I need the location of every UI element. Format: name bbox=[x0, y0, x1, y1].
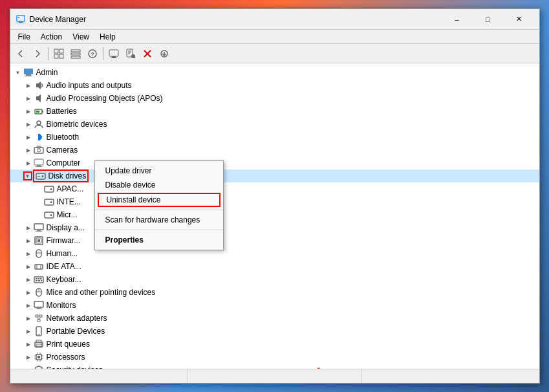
svg-rect-13 bbox=[109, 50, 118, 56]
svg-rect-29 bbox=[42, 111, 43, 113]
tree-item-processors[interactable]: ▶ bbox=[10, 351, 539, 364]
tree-item-monitors[interactable]: ▶ Monitors bbox=[10, 299, 539, 312]
toolbar-btn-3[interactable] bbox=[51, 46, 67, 61]
tree-item-root[interactable]: ▼ Admin bbox=[10, 66, 539, 79]
device-tree[interactable]: ▼ Admin ▶ bbox=[10, 63, 539, 369]
expand-ide-ata[interactable]: ▶ bbox=[23, 261, 34, 272]
svg-rect-65 bbox=[36, 280, 37, 281]
expand-keyboard[interactable]: ▶ bbox=[23, 274, 34, 285]
status-bar bbox=[10, 369, 539, 383]
menu-action[interactable]: Action bbox=[36, 31, 67, 43]
tree-item-audio-io[interactable]: ▶ Audio inputs and outputs bbox=[10, 79, 539, 92]
ctx-disable-device[interactable]: Disable device bbox=[95, 178, 223, 192]
expand-firmware[interactable]: ▶ bbox=[23, 235, 34, 246]
expand-batteries[interactable]: ▶ bbox=[23, 106, 34, 116]
tree-item-display[interactable]: ▶ Display a... bbox=[10, 221, 539, 234]
expand-disk-drives[interactable]: ▼ bbox=[23, 171, 32, 180]
tree-item-bluetooth[interactable]: ▶ Bluetooth bbox=[10, 131, 539, 144]
tree-item-print[interactable]: ▶ Print queues bbox=[10, 338, 539, 351]
forward-button[interactable] bbox=[30, 46, 45, 61]
tree-item-disk-child-3[interactable]: ▶ Micr... bbox=[10, 208, 539, 221]
expand-audio-io[interactable]: ▶ bbox=[23, 80, 34, 91]
close-button[interactable]: ✕ bbox=[504, 9, 534, 30]
svg-rect-49 bbox=[34, 224, 43, 230]
title-bar: Device Manager – □ ✕ bbox=[10, 9, 539, 30]
tree-portable-label: Portable Devices bbox=[47, 327, 105, 336]
processors-icon bbox=[34, 352, 44, 362]
expand-computer[interactable]: ▶ bbox=[23, 158, 34, 168]
ctx-separator-2 bbox=[95, 230, 223, 230]
expand-processors[interactable]: ▶ bbox=[23, 352, 34, 362]
bluetooth-icon bbox=[34, 132, 44, 142]
expand-portable[interactable]: ▶ bbox=[23, 326, 34, 336]
menu-help[interactable]: Help bbox=[94, 31, 121, 43]
minimize-button[interactable]: – bbox=[442, 9, 472, 30]
ctx-uninstall-device[interactable]: Uninstall device bbox=[98, 193, 221, 207]
ctx-update-driver[interactable]: Update driver bbox=[95, 164, 223, 178]
tree-item-disk-child-2[interactable]: ▶ INTE... bbox=[10, 195, 539, 208]
svg-rect-86 bbox=[38, 356, 40, 358]
tree-item-keyboard[interactable]: ▶ Keyboar... bbox=[10, 273, 539, 286]
expand-bluetooth[interactable]: ▶ bbox=[23, 132, 34, 142]
tree-item-ide-ata[interactable]: ▶ IDE ATA... bbox=[10, 260, 539, 273]
expand-display[interactable]: ▶ bbox=[23, 223, 34, 233]
audio-apo-icon bbox=[34, 93, 44, 103]
svg-point-84 bbox=[41, 343, 42, 345]
tree-item-disk-drives[interactable]: ▼ Disk drives bbox=[10, 169, 539, 182]
expand-audio-apo[interactable]: ▶ bbox=[23, 93, 34, 103]
tree-batteries-label: Batteries bbox=[47, 107, 77, 116]
toolbar-btn-x[interactable] bbox=[140, 46, 155, 61]
tree-item-cameras[interactable]: ▶ Cameras bbox=[10, 144, 539, 157]
tree-item-network[interactable]: ▶ Network adapters bbox=[10, 312, 539, 325]
ctx-properties[interactable]: Properties bbox=[95, 233, 223, 247]
tree-processors-label: Processors bbox=[47, 353, 85, 362]
menu-view[interactable]: View bbox=[67, 31, 94, 43]
menu-file[interactable]: File bbox=[13, 31, 36, 43]
ctx-scan-changes[interactable]: Scan for hardware changes bbox=[95, 213, 223, 227]
svg-rect-30 bbox=[36, 111, 39, 113]
expand-root[interactable]: ▼ bbox=[13, 67, 23, 78]
tree-item-disk-child-1[interactable]: ▶ APAC... bbox=[10, 182, 539, 195]
toolbar-btn-6[interactable] bbox=[106, 46, 122, 61]
svg-line-78 bbox=[39, 317, 41, 320]
expand-human[interactable]: ▶ bbox=[23, 248, 34, 259]
svg-rect-43 bbox=[45, 186, 54, 192]
tree-item-mice[interactable]: ▶ Mice and other pointing devices bbox=[10, 286, 539, 299]
maximize-button[interactable]: □ bbox=[473, 9, 503, 30]
tree-item-human[interactable]: ▶ Human... bbox=[10, 247, 539, 260]
svg-rect-2 bbox=[17, 23, 24, 23]
expand-security[interactable]: ▶ bbox=[23, 365, 34, 369]
expand-monitors[interactable]: ▶ bbox=[23, 300, 34, 310]
expand-print[interactable]: ▶ bbox=[23, 339, 34, 349]
tree-network-label: Network adapters bbox=[47, 314, 107, 323]
expand-mice[interactable]: ▶ bbox=[23, 287, 34, 298]
tree-item-security[interactable]: ▶ Security devices bbox=[10, 364, 539, 369]
tree-disk-child-3-label: Micr... bbox=[57, 210, 78, 219]
tree-item-portable[interactable]: ▶ Portable Devices bbox=[10, 325, 539, 338]
tree-ide-ata-label: IDE ATA... bbox=[47, 262, 81, 271]
svg-rect-55 bbox=[36, 250, 41, 257]
toolbar-btn-update[interactable] bbox=[156, 46, 172, 61]
expand-cameras[interactable]: ▶ bbox=[23, 145, 34, 155]
svg-rect-64 bbox=[41, 278, 42, 279]
tree-item-computer[interactable]: ▶ Computer bbox=[10, 157, 539, 169]
toolbar-btn-help[interactable]: ? bbox=[85, 46, 100, 61]
tree-item-audio-apo[interactable]: ▶ Audio Processing Objects (APOs) bbox=[10, 92, 539, 105]
back-button[interactable] bbox=[13, 46, 28, 61]
toolbar-btn-4[interactable] bbox=[68, 46, 83, 61]
toolbar-btn-7[interactable] bbox=[123, 46, 138, 61]
svg-rect-3 bbox=[18, 17, 19, 18]
security-icon bbox=[34, 365, 44, 369]
tree-item-firmware[interactable]: ▶ Firmwar... bbox=[10, 234, 539, 247]
disk-child-1-icon bbox=[44, 184, 54, 194]
expand-biometric[interactable]: ▶ bbox=[23, 119, 34, 129]
tree-item-biometric[interactable]: ▶ Biometric devices bbox=[10, 118, 539, 131]
status-section-2 bbox=[188, 369, 362, 383]
main-content: ▼ Admin ▶ bbox=[10, 63, 539, 369]
tree-audio-apo-label: Audio Processing Objects (APOs) bbox=[47, 94, 163, 103]
tree-item-batteries[interactable]: ▶ Batteries bbox=[10, 105, 539, 118]
context-menu: Update driver Disable device Uninstall d… bbox=[94, 160, 224, 250]
tree-disk-drives-label: Disk drives bbox=[48, 171, 87, 180]
svg-point-46 bbox=[50, 201, 52, 203]
expand-network[interactable]: ▶ bbox=[23, 313, 34, 323]
